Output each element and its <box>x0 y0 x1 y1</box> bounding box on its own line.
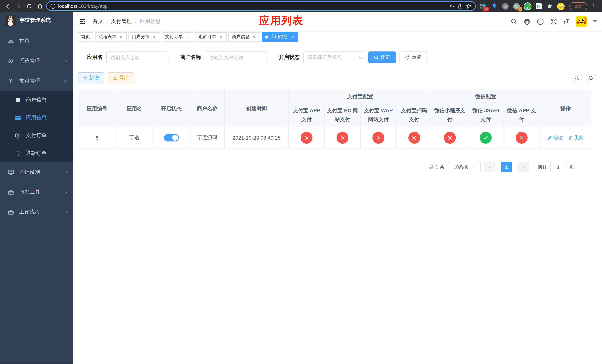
sidebar-item-app-info[interactable]: 应用信息 <box>0 109 73 127</box>
breadcrumb-home[interactable]: 首页 <box>93 18 103 25</box>
site-info-icon[interactable] <box>50 3 55 9</box>
show-search-button[interactable] <box>572 73 582 83</box>
status-disabled-button[interactable] <box>408 132 420 144</box>
refresh-table-button[interactable] <box>586 73 596 83</box>
sidebar-item-system[interactable]: 系统管理 <box>0 51 73 71</box>
table-toolbar: 新增 导出 <box>78 72 597 83</box>
font-size-icon[interactable] <box>563 18 570 25</box>
status-disabled-button[interactable] <box>444 132 456 144</box>
sidebar-item-payment[interactable]: ¥ 支付管理 <box>0 71 73 91</box>
user-avatar[interactable] <box>576 16 587 27</box>
enable-toggle[interactable] <box>164 134 179 141</box>
tag-app-info[interactable]: 应用信息 <box>262 32 298 42</box>
close-icon[interactable] <box>118 34 123 39</box>
sidebar-item-dev-tools[interactable]: 研发工具 <box>0 182 73 202</box>
close-icon[interactable] <box>152 34 157 39</box>
breadcrumb-payment[interactable]: 支付管理 <box>111 18 132 25</box>
x-icon <box>519 135 524 140</box>
extension-chat-icon[interactable] <box>535 2 543 10</box>
extension-diamond-icon[interactable]: 10 <box>479 2 487 10</box>
close-icon[interactable] <box>218 34 223 39</box>
sidebar-item-workflow[interactable]: 工作流程 <box>0 202 73 222</box>
page-size-select[interactable]: 10条/页 <box>448 162 481 172</box>
gear-icon <box>7 58 14 64</box>
status-disabled-button[interactable] <box>372 132 384 144</box>
enable-status-label: 开启状态 <box>279 54 300 61</box>
tag-home[interactable]: 首页 <box>78 32 93 42</box>
browser-update-button[interactable]: 更新 <box>570 2 587 10</box>
cell-alipay-pc-status <box>324 127 360 148</box>
sidebar-item-refund-orders[interactable]: 退款订单 <box>0 144 73 162</box>
tag-merchant-info[interactable]: 商户信息 <box>228 32 260 42</box>
cell-operations: 修改 删除 <box>539 127 592 148</box>
tag-user-group[interactable]: 用户分组 <box>129 32 160 42</box>
browser-back-icon[interactable] <box>3 2 12 11</box>
sidebar-item-label: 首页 <box>19 38 67 44</box>
share-icon[interactable] <box>458 3 463 9</box>
sidebar-item-infra[interactable]: 基础设施 <box>0 162 73 182</box>
page-size-value: 10条/页 <box>454 164 469 170</box>
logo-rabbit-image <box>5 15 16 26</box>
extension-y-icon[interactable]: y <box>524 2 532 10</box>
edit-button[interactable]: 修改 <box>547 134 563 141</box>
cell-app-id: 6 <box>78 127 116 148</box>
sidebar-item-home[interactable]: 首页 <box>0 31 73 51</box>
extension-command-icon[interactable]: ⌘ <box>501 2 509 10</box>
col-wechat-app: 微信 APP 支付 <box>504 102 539 127</box>
tag-refund-orders[interactable]: 退款订单 <box>195 32 226 42</box>
tag-process-form[interactable]: 流程表单 <box>95 32 127 42</box>
extension-balloon-icon[interactable] <box>490 2 498 10</box>
export-button-label: 导出 <box>119 75 129 81</box>
extensions-puzzle-icon[interactable] <box>546 2 554 10</box>
goto-page-input[interactable] <box>550 162 567 172</box>
delete-button[interactable]: 删除 <box>568 134 584 141</box>
close-icon[interactable] <box>185 34 190 39</box>
sidebar-collapse-icon[interactable] <box>78 17 86 26</box>
browser-home-icon[interactable] <box>35 2 44 11</box>
add-button[interactable]: 新增 <box>78 72 104 83</box>
merchant-name-input[interactable] <box>205 52 267 63</box>
cell-alipay-qr-status <box>396 127 432 148</box>
pagination: 共 1 条 10条/页 ‹ 1 › 前往 页 <box>78 162 597 172</box>
reset-button[interactable]: 重置 <box>399 52 427 63</box>
address-bar[interactable]: localhost:1024/pay/app <box>46 1 476 11</box>
app-name-label: 应用名 <box>87 54 103 61</box>
password-key-icon[interactable] <box>450 3 455 9</box>
svg-text:⌘: ⌘ <box>503 4 507 9</box>
browser-reload-icon[interactable] <box>25 2 34 11</box>
avatar-caret-icon[interactable] <box>593 20 597 22</box>
close-icon[interactable] <box>252 34 257 39</box>
sidebar-item-pay-orders[interactable]: 支付订单 <box>0 127 73 144</box>
export-button[interactable]: 导出 <box>108 72 134 83</box>
enable-status-select[interactable]: 请选择开启状态 <box>303 52 366 63</box>
browser-forward-icon[interactable] <box>14 2 23 11</box>
close-icon[interactable] <box>290 34 295 39</box>
apps-table: 应用编号 应用名 开启状态 商户名称 创建时间 支付宝配置 微信配置 操作 支付… <box>78 90 597 149</box>
sidebar-item-label: 研发工具 <box>19 189 64 195</box>
search-icon[interactable] <box>511 18 517 25</box>
status-enabled-button[interactable] <box>480 132 492 144</box>
next-page-button[interactable]: › <box>517 162 529 172</box>
extension-badge: 10 <box>483 7 489 11</box>
status-disabled-button[interactable] <box>516 132 527 144</box>
search-button[interactable]: 搜索 <box>368 52 396 63</box>
github-icon[interactable] <box>524 18 531 25</box>
bookmark-star-icon[interactable] <box>466 3 472 9</box>
refresh-icon <box>405 55 410 60</box>
browser-menu-dots-icon[interactable]: ⋮ <box>590 3 597 9</box>
sidebar-logo[interactable]: 芋道管理系统 <box>0 12 73 29</box>
help-icon[interactable]: ? <box>537 18 544 25</box>
fullscreen-icon[interactable] <box>550 18 557 25</box>
app-name-input[interactable] <box>106 52 168 63</box>
download-icon <box>113 75 117 80</box>
extension-record-icon[interactable]: 1 <box>512 2 521 10</box>
browser-profile-avatar[interactable] <box>557 2 565 10</box>
cell-wechat-jsapi-status <box>468 127 504 148</box>
sidebar-item-label: 支付管理 <box>19 78 64 85</box>
tag-pay-orders[interactable]: 支付订单 <box>162 32 193 42</box>
status-disabled-button[interactable] <box>336 132 348 144</box>
prev-page-button[interactable]: ‹ <box>484 162 495 172</box>
current-page-button[interactable]: 1 <box>501 162 512 172</box>
status-disabled-button[interactable] <box>301 132 312 144</box>
sidebar-item-merchant-info[interactable]: 商户信息 <box>0 91 73 109</box>
